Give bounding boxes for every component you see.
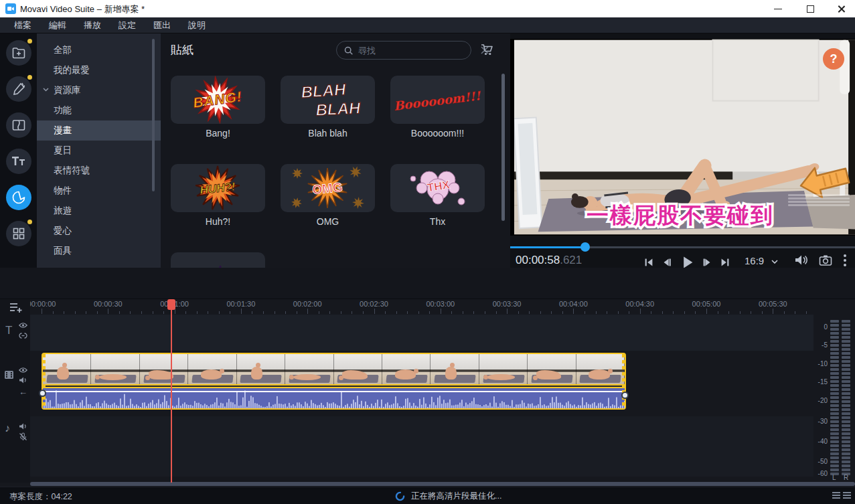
db-label: -60 [815,470,828,477]
video-track-back-arrow-icon[interactable]: ← [19,387,27,397]
sticker-tile-2[interactable]: Boooooom!!! [390,76,485,124]
tool-import-media[interactable] [6,40,31,66]
meter-segment [842,440,850,443]
category-item-5[interactable]: 夏日 [37,141,161,161]
sticker-tile-4[interactable]: OMG [281,164,375,212]
tool-titles[interactable] [6,149,31,174]
aspect-ratio-select[interactable]: 16:9 [745,255,764,266]
seek-handle[interactable] [580,242,590,252]
video-track-mute-icon[interactable] [19,376,27,384]
db-label: -40 [815,438,828,445]
ruler-label: 00:01:30 [214,300,268,308]
clip-thumbnail [382,354,431,384]
current-timecode: 00:00:58.621 [516,254,582,267]
category-item-0[interactable]: 全部 [37,40,161,60]
timeline: T ← ♪ 00:00:0000:00:3000:01:0000:01:3000… [0,299,855,487]
meter-options-icon[interactable] [832,492,851,499]
menu-bar: 檔案編輯播放設定匯出說明 [0,17,855,33]
category-item-7[interactable]: 物件 [37,181,161,201]
minimize-button[interactable] [765,0,791,17]
search-input[interactable] [358,46,476,56]
category-item-2[interactable]: 資源庫 [37,80,161,100]
close-button[interactable] [828,0,854,17]
ruler-label: 00:02:00 [281,300,334,308]
ruler-label: 00:03:00 [414,300,467,308]
spinner-icon [395,491,405,501]
meter-segment [830,340,839,343]
category-item-6[interactable]: 表情符號 [37,161,161,181]
add-track-icon[interactable] [9,301,23,313]
category-scrollbar[interactable] [152,39,155,191]
help-button[interactable]: ? [823,48,844,70]
meter-segment [830,444,839,447]
playhead-handle[interactable] [167,299,175,310]
category-item-10[interactable]: 面具 [37,241,161,261]
meter-segment [830,465,839,467]
sticker-label-1: Blah blah [281,128,375,139]
expand-chevron-icon[interactable] [43,88,49,92]
meter-segment [830,440,839,443]
timeline-ruler[interactable]: 00:00:0000:00:3000:01:0000:01:3000:02:00… [30,299,813,314]
video-track-visibility-icon[interactable] [19,367,27,373]
volume-handle-left[interactable] [39,390,46,397]
meter-segment [830,396,839,399]
meter-segment [842,448,850,451]
meter-segment [830,469,839,471]
sticker-tile-6[interactable] [171,252,265,268]
category-item-4[interactable]: 漫畫 [37,120,161,141]
new-content-badge [27,75,32,80]
sticker-tile-3[interactable]: HUH?! [171,164,265,212]
clip-trim-right[interactable] [622,354,625,408]
audio-track-volume-icon[interactable] [19,422,27,430]
menu-item-3[interactable]: 設定 [111,17,143,33]
tool-more-tools[interactable] [6,221,31,246]
category-item-8[interactable]: 旅遊 [37,201,161,221]
video-viewport[interactable]: 一樣屁股不要碰到 ? [510,39,855,236]
category-item-3[interactable]: 功能 [37,100,161,120]
menu-item-1[interactable]: 編輯 [42,17,74,33]
skip-end-button[interactable] [719,256,731,268]
chevron-down-icon[interactable] [771,260,778,264]
meter-segment [842,396,850,399]
volume-handle-right[interactable] [621,392,629,399]
menu-item-4[interactable]: 匯出 [146,17,178,33]
meter-segment [842,384,850,387]
category-item-9[interactable]: 愛心 [37,221,161,241]
stickers-scrollbar[interactable] [501,74,505,221]
title-track[interactable] [30,315,813,351]
meter-segment [842,352,850,355]
volume-icon[interactable] [794,254,808,266]
menu-item-5[interactable]: 說明 [181,17,213,33]
snapshot-camera-icon[interactable] [819,254,832,266]
title-track-visibility-icon[interactable] [19,322,27,329]
audio-track-mic-off-icon[interactable] [19,432,27,441]
meter-segment [842,416,850,419]
next-frame-button[interactable] [701,256,713,268]
menu-item-0[interactable]: 檔案 [7,17,39,33]
playhead-line[interactable] [171,299,172,483]
audio-track[interactable] [30,416,813,477]
meter-segment [842,376,850,379]
more-options-icon[interactable] [843,254,847,267]
sticker-tile-1[interactable]: BLAHBLAH [281,76,375,124]
sticker-tile-5[interactable]: THX [390,164,485,212]
meter-segment [830,392,839,395]
sticker-tile-0[interactable]: BANG! [171,76,265,124]
audio-track-icon: ♪ [5,422,10,434]
maximize-button[interactable] [797,0,824,17]
tool-transitions[interactable] [6,112,31,138]
search-box [336,41,471,60]
volume-envelope-line[interactable] [43,391,625,392]
tool-filters[interactable] [6,76,31,102]
video-clip-selected[interactable] [42,353,626,410]
tool-stickers[interactable] [6,185,31,210]
skip-start-button[interactable] [643,256,655,268]
clip-trim-left[interactable] [43,354,46,408]
previous-frame-button[interactable] [661,256,673,268]
title-track-link-icon[interactable] [19,332,27,339]
store-cart-icon[interactable] [481,44,494,56]
sticker-label-3: Huh?! [171,216,265,227]
category-item-1[interactable]: 我的最愛 [37,60,161,80]
timeline-horizontal-scrollbar[interactable] [30,482,855,486]
menu-item-2[interactable]: 播放 [76,17,108,33]
